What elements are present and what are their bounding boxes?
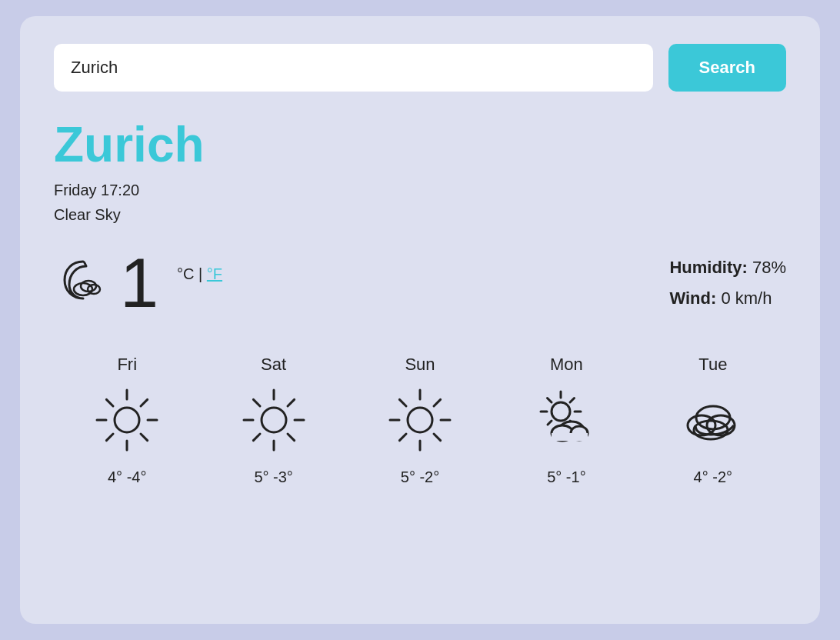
svg-line-27 [434,434,441,441]
temperature-display: 1 [120,248,158,318]
svg-line-20 [253,434,260,441]
forecast-day-label: Tue [698,355,727,375]
forecast-day-label: Sat [261,355,286,375]
forecast-day-label: Sun [405,355,435,375]
forecast-day: Fri 4° -4° [54,355,200,486]
svg-line-35 [548,398,552,403]
svg-line-19 [288,399,295,406]
datetime-condition: Friday 17:20 Clear Sky [54,178,786,227]
svg-point-30 [552,402,570,421]
weather-card: Search Zurich Friday 17:20 Clear Sky 1 [20,16,820,624]
forecast-day-label: Fri [117,355,137,375]
condition-text: Clear Sky [54,202,786,227]
svg-line-10 [141,399,148,406]
unit-selector: °C | °F [177,265,222,283]
search-row: Search [54,44,786,92]
search-input[interactable] [54,44,653,92]
svg-point-3 [115,408,139,432]
svg-line-9 [141,434,148,441]
humidity-line: Humidity: 78% [669,252,786,283]
svg-line-37 [570,398,575,403]
forecast-day-icon [678,385,748,458]
svg-line-8 [107,399,114,406]
forecast-day-icon [92,385,162,458]
forecast-day-label: Mon [550,355,583,375]
svg-line-38 [548,421,552,425]
fahrenheit-link[interactable]: °F [207,265,222,282]
city-name: Zurich [54,116,786,173]
svg-line-11 [107,434,114,441]
svg-point-12 [262,408,286,432]
svg-line-28 [434,399,441,406]
forecast-day: Sat 5° -3° [200,355,346,486]
svg-rect-42 [552,433,588,441]
svg-line-26 [399,399,406,406]
forecast-day: Sun 5° -2° [347,355,493,486]
forecast-temps: 4° -2° [694,468,732,486]
forecast-temps: 5° -2° [401,468,439,486]
svg-point-21 [408,408,432,432]
unit-separator: | [198,265,207,282]
forecast-temps: 4° -4° [108,468,146,486]
svg-line-29 [399,434,406,441]
celsius-unit: °C [177,265,194,282]
forecast-day-icon [385,385,455,458]
svg-line-17 [253,399,260,406]
wind-line: Wind: 0 km/h [669,283,786,314]
forecast-temps: 5° -1° [547,468,585,486]
forecast-day-icon [532,385,601,458]
forecast-temps: 5° -3° [254,468,292,486]
datetime-text: Friday 17:20 [54,178,786,202]
current-weather-section: 1 °C | °F Humidity: 78% Wind: 0 km/h [54,248,786,318]
forecast-row: Fri 4° -4° Sat [54,355,786,486]
current-stats: Humidity: 78% Wind: 0 km/h [669,252,786,313]
current-left: 1 °C | °F [54,248,222,318]
current-weather-icon [54,252,108,314]
forecast-day: Mon 5° -1° [493,355,639,486]
svg-line-18 [288,434,295,441]
forecast-day: Tue 4° -2° [640,355,786,486]
search-button[interactable]: Search [668,44,786,92]
forecast-day-icon [239,385,308,458]
